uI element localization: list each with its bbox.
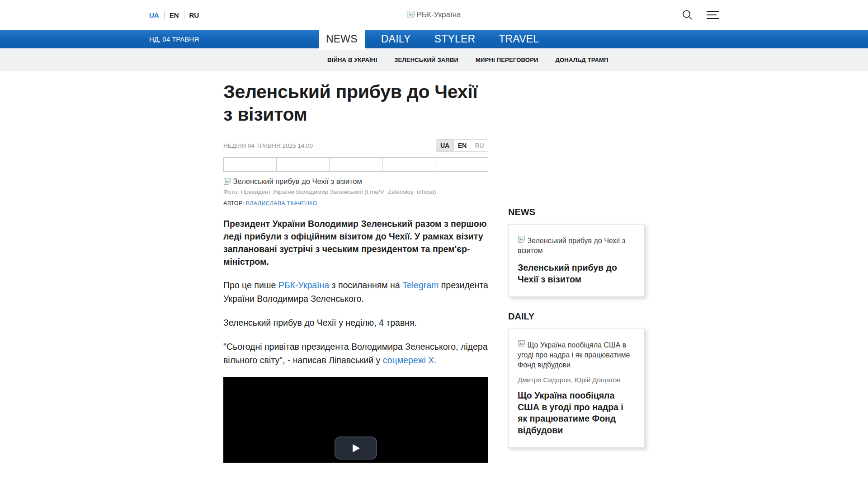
author-label: АВТОР: [223, 200, 244, 206]
broken-image-icon [518, 341, 527, 349]
site-logo-alt-text: РБК-Україна [416, 10, 461, 19]
site-lang-en[interactable]: EN [170, 11, 179, 19]
tab-styler[interactable]: STYLER [427, 28, 483, 50]
sidebar-daily-card[interactable]: Що Україна пообіцяла США в угоді про над… [508, 328, 645, 448]
tab-daily[interactable]: DAILY [374, 28, 418, 50]
share-button[interactable] [224, 158, 276, 171]
article-language-switcher: UA EN RU [436, 139, 488, 152]
share-button[interactable] [382, 158, 435, 171]
publish-date: НЕДІЛЯ 04 ТРАВНЯ 2025 14:00 [223, 142, 313, 149]
section-tabs: NEWS DAILY STYLER TRAVEL [319, 28, 555, 50]
submenu-item-peace-talks[interactable]: МИРНІ ПЕРЕГОВОРИ [476, 56, 538, 63]
card-title[interactable]: Зеленський прибув до Чехії з візитом [518, 262, 635, 285]
article-image-alt-text: Зеленський прибув до Чехії з візитом [233, 177, 362, 185]
share-button[interactable] [435, 158, 488, 171]
paragraph-text: з посиланням на [329, 280, 402, 290]
photo-credit: Фото: Президент України Володимир Зеленс… [223, 188, 488, 195]
article-paragraph-quote: "Сьогодні привітав президента Володимира… [223, 340, 488, 367]
topic-submenu: ВІЙНА В УКРАЇНІ ЗЕЛЕНСЬКИЙ ЗАЯВИ МИРНІ П… [0, 48, 868, 71]
social-x-link[interactable]: соцмережі X. [383, 355, 437, 365]
article-lead-paragraph: Президент України Володимир Зеленський р… [223, 217, 488, 268]
sidebar-news-heading: NEWS [508, 207, 645, 217]
site-logo[interactable]: РБК-Україна [407, 10, 461, 19]
card-title[interactable]: Що Україна пообіцяла США в угоді про над… [518, 390, 635, 436]
broken-image-icon [223, 177, 233, 185]
share-button[interactable] [329, 158, 382, 171]
tab-travel[interactable]: TRAVEL [491, 28, 546, 50]
article-paragraph-date: Зеленський прибув до Чехії у неділю, 4 т… [223, 316, 488, 329]
card-image-alt-text: Зеленський прибув до Чехії з візитом [518, 237, 625, 254]
rbc-ukraine-link[interactable]: РБК-Україна [278, 280, 329, 290]
sidebar: NEWS Зеленський прибув до Чехії з візито… [508, 80, 645, 448]
sidebar-news-card[interactable]: Зеленський прибув до Чехії з візитом Зел… [508, 224, 645, 297]
sidebar-daily-heading: DAILY [508, 311, 645, 322]
share-buttons-row [223, 157, 488, 172]
site-lang-ua[interactable]: UA [149, 11, 159, 19]
card-image-placeholder: Що Україна пообіцяла США в угоді про над… [518, 340, 635, 370]
hamburger-menu-icon[interactable] [707, 11, 719, 19]
site-lang-ru[interactable]: RU [189, 11, 199, 19]
broken-image-icon [518, 237, 527, 244]
current-date: НД, 04 ТРАВНЯ [149, 35, 199, 43]
author-link[interactable]: ВЛАДИСЛАВА ТКАЧЕНКО [246, 200, 317, 206]
article-lang-ua[interactable]: UA [436, 140, 453, 151]
top-bar: UA EN RU РБК-Україна [0, 0, 868, 30]
play-button[interactable] [335, 436, 377, 460]
divider [164, 11, 165, 19]
site-language-switcher: UA EN RU [149, 11, 199, 19]
article-image-placeholder: Зеленський прибув до Чехії з візитом [223, 177, 488, 186]
author-row: АВТОР: ВЛАДИСЛАВА ТКАЧЕНКО [223, 200, 488, 206]
broken-image-icon [407, 10, 415, 19]
article-lang-en[interactable]: EN [453, 140, 471, 151]
video-player[interactable] [223, 377, 488, 463]
tab-news[interactable]: NEWS [319, 28, 365, 50]
paragraph-text: Про це пише [223, 280, 278, 290]
article-paragraph-source: Про це пише РБК-Україна з посиланням на … [223, 278, 488, 305]
paragraph-text: "Сьогодні привітав президента Володимира… [223, 342, 488, 365]
article: Зеленський прибув до Чехії з візитом НЕД… [223, 80, 488, 463]
article-title: Зеленський прибув до Чехії з візитом [223, 80, 488, 126]
divider [184, 11, 184, 19]
submenu-item-donald-trump[interactable]: ДОНАЛЬД ТРАМП [556, 56, 609, 63]
search-icon[interactable] [681, 9, 693, 21]
share-button[interactable] [276, 158, 329, 171]
main-nav-bar: НД, 04 ТРАВНЯ NEWS DAILY STYLER TRAVEL [0, 30, 868, 48]
article-lang-ru[interactable]: RU [471, 140, 488, 151]
card-authors: Дмитро Сидоров, Юрій Дощатов [518, 376, 635, 384]
card-image-placeholder: Зеленський прибув до Чехії з візитом [518, 235, 635, 256]
submenu-item-zelensky-statements[interactable]: ЗЕЛЕНСЬКИЙ ЗАЯВИ [394, 56, 458, 63]
telegram-link[interactable]: Telegram [402, 280, 439, 290]
submenu-item-war-in-ukraine[interactable]: ВІЙНА В УКРАЇНІ [327, 56, 377, 63]
card-image-alt-text: Що Україна пообіцяла США в угоді про над… [518, 341, 630, 369]
